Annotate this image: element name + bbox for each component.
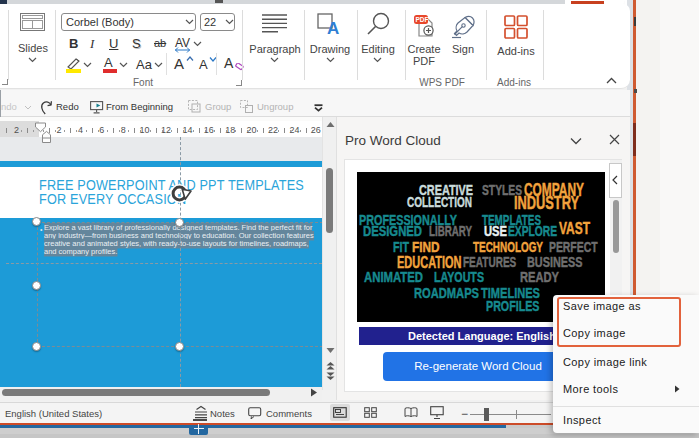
svg-text:PDF: PDF [415,16,428,23]
svg-text:A: A [327,19,339,36]
